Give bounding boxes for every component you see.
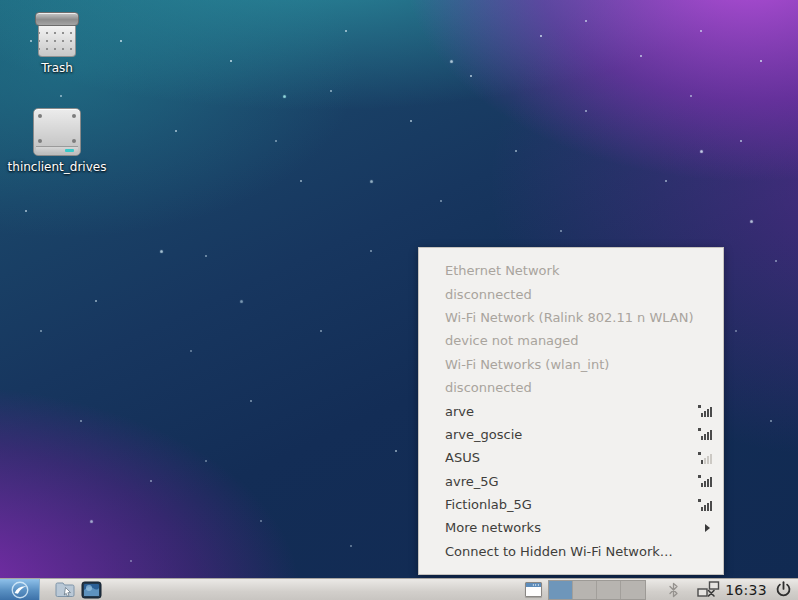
network-menu-item[interactable]: avre_5G	[419, 470, 723, 493]
trash-label: Trash	[7, 61, 107, 76]
network-menu-item[interactable]: More networks	[419, 516, 723, 539]
menu-item-label: arve_goscie	[445, 427, 697, 442]
network-tray-button[interactable]	[696, 581, 720, 598]
clock[interactable]: 16:33	[725, 582, 767, 598]
network-menu-item[interactable]: Fictionlab_5G	[419, 493, 723, 516]
signal-strong-icon	[697, 405, 713, 417]
menu-item-label: arve	[445, 404, 697, 419]
menu-item-label: disconnected	[445, 380, 697, 395]
power-button[interactable]	[774, 581, 793, 598]
menu-item-label: ASUS	[445, 450, 697, 465]
signal-strong-icon	[697, 499, 713, 511]
network-disconnected-icon	[697, 581, 720, 598]
thinclient-drives-label: thinclient_drives	[7, 160, 107, 175]
menu-item-label: avre_5G	[445, 474, 697, 489]
menu-item-icon	[697, 288, 713, 300]
menu-item-icon	[697, 311, 713, 323]
menu-item-label: Connect to Hidden Wi-Fi Network…	[445, 544, 697, 559]
taskbar: 16:33	[0, 578, 798, 600]
file-manager-launcher[interactable]	[54, 580, 76, 600]
menu-item-label: device not managed	[445, 333, 697, 348]
drive-icon	[33, 108, 81, 156]
menu-item-icon	[697, 382, 713, 394]
starfield-big	[0, 0, 3, 3]
browser-icon	[81, 581, 102, 599]
menu-item-icon	[697, 335, 713, 347]
network-menu-item: disconnected	[419, 376, 723, 399]
network-menu-item: device not managed	[419, 329, 723, 352]
menu-item-label: Wi-Fi Networks (wlan_int)	[445, 357, 697, 372]
signal-strong-icon	[697, 475, 713, 487]
window-icon	[525, 582, 542, 597]
desktop-icon-thinclient-drives[interactable]: thinclient_drives	[7, 108, 107, 175]
bluetooth-icon	[668, 582, 679, 598]
workspace-3[interactable]	[597, 581, 621, 599]
workspace-2[interactable]	[573, 581, 597, 599]
workspace-4[interactable]	[621, 581, 645, 599]
workspace-pager	[548, 580, 646, 600]
menu-item-icon	[697, 545, 713, 557]
network-menu-item: disconnected	[419, 282, 723, 305]
lubuntu-logo-icon	[10, 580, 30, 600]
signal-weak-icon	[697, 452, 713, 464]
menu-item-label: More networks	[445, 520, 697, 535]
submenu-arrow-icon	[697, 522, 713, 534]
network-menu: Ethernet Network disconnected Wi-Fi Netw…	[418, 247, 724, 575]
menu-item-icon	[697, 358, 713, 370]
network-menu-item: Wi-Fi Network (Ralink 802.11 n WLAN)	[419, 306, 723, 329]
start-menu-button[interactable]	[0, 579, 40, 600]
signal-strong-icon	[697, 428, 713, 440]
desktop-icon-trash[interactable]: Trash	[7, 12, 107, 76]
menu-item-label: disconnected	[445, 287, 697, 302]
menu-item-label: Ethernet Network	[445, 263, 697, 278]
menu-item-label: Wi-Fi Network (Ralink 802.11 n WLAN)	[445, 310, 697, 325]
desktop-screen: Trash thinclient_drives Ethernet Network…	[0, 0, 798, 600]
workspace-1[interactable]	[549, 581, 573, 599]
bluetooth-tray-button[interactable]	[666, 582, 680, 598]
network-menu-item[interactable]: arve	[419, 399, 723, 422]
power-icon	[775, 581, 792, 598]
file-manager-icon	[55, 581, 75, 598]
menu-item-label: Fictionlab_5G	[445, 497, 697, 512]
network-menu-item[interactable]: Connect to Hidden Wi-Fi Network…	[419, 540, 723, 563]
network-menu-item: Ethernet Network	[419, 259, 723, 282]
menu-item-icon	[697, 265, 713, 277]
show-desktop-button[interactable]	[521, 580, 545, 600]
network-menu-item[interactable]: ASUS	[419, 446, 723, 469]
browser-launcher[interactable]	[80, 580, 102, 600]
network-menu-item[interactable]: arve_goscie	[419, 423, 723, 446]
network-menu-item: Wi-Fi Networks (wlan_int)	[419, 353, 723, 376]
trash-icon	[35, 12, 79, 57]
